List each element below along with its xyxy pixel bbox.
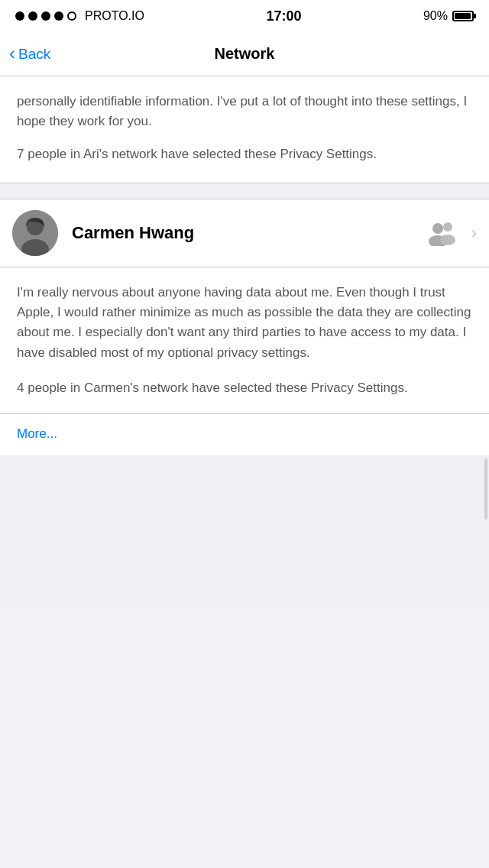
scroll-indicator <box>484 458 487 520</box>
carrier-label: PROTO.IO <box>85 9 144 23</box>
intro-text: personally identifiable information. I'v… <box>17 92 472 131</box>
avatar <box>12 210 58 256</box>
signal-dot-4 <box>54 11 63 21</box>
more-section: More... <box>0 413 489 455</box>
battery-percent: 90% <box>423 9 448 23</box>
group-icon <box>426 219 459 247</box>
person-card: Carmen Hwang › I'm really nervous about … <box>0 199 489 414</box>
person-description: I'm really nervous about anyone having d… <box>17 283 472 363</box>
more-link[interactable]: More... <box>17 426 57 441</box>
person-header[interactable]: Carmen Hwang › <box>0 199 489 267</box>
person-name: Carmen Hwang <box>72 223 426 243</box>
person-network-count: 4 people in Carmen's network have select… <box>17 378 472 398</box>
svg-point-6 <box>440 235 455 245</box>
person-icons: › <box>426 219 477 247</box>
status-bar: PROTO.IO 17:00 90% <box>0 0 489 32</box>
status-time: 17:00 <box>266 8 301 24</box>
status-right: 90% <box>423 9 474 23</box>
intro-content: personally identifiable information. I'v… <box>0 76 489 183</box>
back-button[interactable]: ‹ Back <box>9 46 50 63</box>
back-label: Back <box>18 46 50 63</box>
intro-network-count: 7 people in Ari's network have selected … <box>17 144 472 164</box>
svg-point-3 <box>432 223 443 234</box>
signal-dot-3 <box>41 11 50 21</box>
signal-dot-1 <box>15 11 24 21</box>
battery-icon <box>452 11 474 21</box>
bottom-area <box>0 455 489 608</box>
back-chevron-icon: ‹ <box>9 44 15 63</box>
svg-point-5 <box>443 222 452 232</box>
signal-dot-2 <box>28 11 37 21</box>
chevron-right-icon: › <box>471 223 477 243</box>
section-divider <box>0 183 489 199</box>
person-network-count-text: 4 people in Carmen's network have select… <box>17 381 408 395</box>
signal-dot-5 <box>67 11 76 21</box>
page-title: Network <box>215 45 275 63</box>
nav-bar: ‹ Back Network <box>0 32 489 76</box>
person-content: I'm really nervous about anyone having d… <box>0 267 489 414</box>
intro-network-count-text: 7 people in Ari's network have selected … <box>17 147 377 161</box>
status-left: PROTO.IO <box>15 9 144 23</box>
